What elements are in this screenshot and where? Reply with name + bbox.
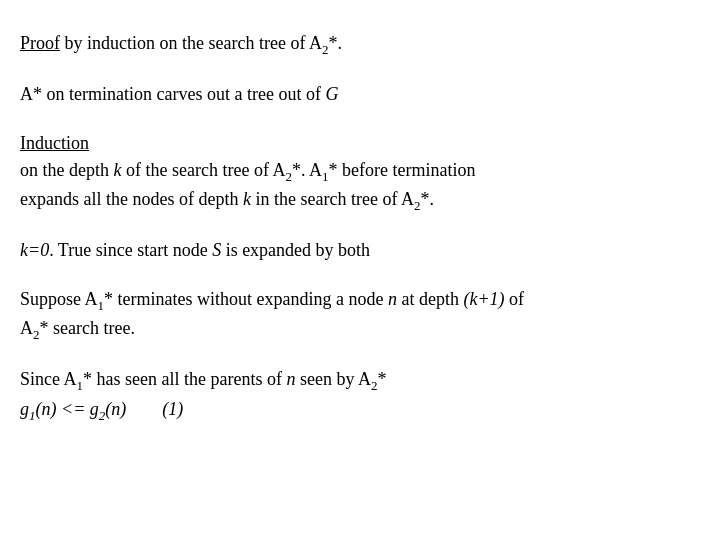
a2-sub-since: 2: [371, 378, 378, 393]
paragraph-suppose: Suppose A1* terminates without expanding…: [20, 286, 690, 344]
a1-sub-1: 1: [322, 169, 329, 184]
paragraph-proof: Proof by induction on the search tree of…: [20, 30, 690, 59]
depth-kplus1: (k+1): [463, 289, 504, 309]
induction-line2: expands all the nodes of depth k in the …: [20, 189, 434, 209]
astar-text: A* on termination carves out a tree out …: [20, 84, 338, 104]
suppose-line2: A2* search tree.: [20, 318, 135, 338]
depth-k-1: k: [113, 160, 121, 180]
since-line1: Since A1* has seen all the parents of n …: [20, 369, 386, 389]
g2-sub: 2: [99, 407, 106, 422]
graph-g: G: [325, 84, 338, 104]
node-n-since: n: [286, 369, 295, 389]
a2-sub-2: 2: [414, 198, 421, 213]
a1-sub-since: 1: [77, 378, 84, 393]
since-line2: g1(n) <= g2(n) (1): [20, 399, 183, 419]
k0-italic: k=0: [20, 240, 49, 260]
proof-rest: by induction on the search tree of A: [60, 33, 322, 53]
equation-num: (1): [162, 399, 183, 419]
proof-text: Proof by induction on the search tree of…: [20, 33, 342, 53]
depth-k-2: k: [243, 189, 251, 209]
paragraph-k0: k=0. True since start node S is expanded…: [20, 237, 690, 264]
a1-sub-suppose: 1: [98, 298, 105, 313]
g1-sub: 1: [29, 407, 36, 422]
induction-heading: Induction: [20, 133, 89, 153]
paragraph-since: Since A1* has seen all the parents of n …: [20, 366, 690, 424]
paragraph-induction: Induction on the depth k of the search t…: [20, 130, 690, 215]
main-content: Proof by induction on the search tree of…: [0, 0, 720, 467]
a2-sub-1: 2: [285, 169, 292, 184]
g1-func: g1(n) <= g2(n): [20, 399, 126, 419]
paragraph-astar: A* on termination carves out a tree out …: [20, 81, 690, 108]
start-node-s: S: [212, 240, 221, 260]
k0-text: k=0. True since start node S is expanded…: [20, 240, 370, 260]
proof-underline: Proof: [20, 33, 60, 53]
proof-end: *.: [328, 33, 342, 53]
suppose-line1: Suppose A1* terminates without expanding…: [20, 289, 524, 309]
a2-sub-suppose: 2: [33, 327, 40, 342]
induction-line1: on the depth k of the search tree of A2*…: [20, 160, 475, 180]
node-n: n: [388, 289, 397, 309]
